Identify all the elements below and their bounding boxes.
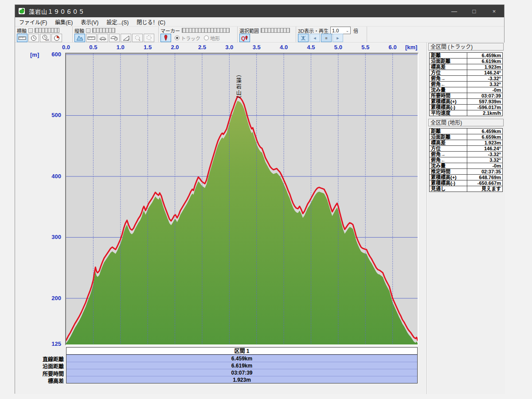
radio-terrain-icon[interactable] [204,35,209,40]
section-title: 区間 1 [66,348,417,355]
close-icon[interactable]: × [484,5,504,17]
playback-speed-select[interactable]: 1.0 ⌄ [330,27,351,34]
haxis-mini-button[interactable] [28,28,33,33]
haxis-trackbar[interactable] [35,28,59,33]
section-row-value: 6.619km [66,362,417,369]
stat-row: 標高差1.923m [430,64,503,70]
menu-view[interactable]: 表示(V) [77,17,102,26]
radio-track-icon[interactable] [175,35,180,40]
stat-row: 沿面距離6.619km [430,59,503,64]
vaxis-distance-button[interactable] [86,34,97,42]
stats-terrain-title: 全区間 (地形) [428,119,504,126]
x-tick-label: 5.0 [331,44,346,51]
walk-3d-icon [300,35,306,41]
selection-balloon-button[interactable]: Q [239,34,250,42]
vaxis-trackbar[interactable] [92,28,115,33]
chevron-down-icon[interactable]: ⌄ [344,28,350,33]
y-tick-label: 300 [46,234,61,240]
svg-text:123: 123 [45,39,49,41]
stat-value: 03:07:39 [467,93,503,99]
haxis-pace-button[interactable] [51,34,62,42]
dashed-circle-1-icon: 1 [134,35,141,41]
stat-value: 見えます [467,186,503,192]
rewind-button[interactable]: ◄ [309,34,320,42]
haxis-clocktime-button[interactable]: 123 [40,34,51,42]
play-icon: ► [336,36,340,40]
stop-button[interactable]: ■ [321,34,332,42]
vaxis-label: 縦軸 [74,27,84,34]
marker-track-radio[interactable]: トラック [175,35,200,42]
vaxis-ghost1-button[interactable]: 1 [132,34,143,42]
section-row-label: 所要時間 [23,370,64,377]
toolbar: 横軸 123 縦軸 [15,27,504,43]
maximize-icon[interactable]: □ [464,5,484,17]
play-button[interactable]: ► [332,34,343,42]
marker-trackbar[interactable] [182,28,230,33]
menu-settings[interactable]: 設定...(S) [102,17,133,26]
x-tick-label: 0.0 [59,44,74,51]
marker-pin-button[interactable] [160,34,171,42]
title-bar: 藻岩山１９０６０５ — □ × [15,5,504,17]
x-axis-unit: [km] [405,44,417,51]
vaxis-mini-button[interactable] [86,28,90,33]
stat-label: 累積標高(-) [430,105,467,110]
stat-row: 累積標高(+)597.939m [430,99,503,105]
marker-terrain-radio[interactable]: 地形 [204,35,220,42]
svg-text:Q: Q [241,35,245,41]
haxis-label: 横軸 [17,27,27,34]
menu-file[interactable]: ファイル(F) [15,17,51,26]
x-tick-label: 5.5 [358,44,373,51]
stat-label: 距離 [430,53,467,59]
haxis-distance-button[interactable] [17,34,27,42]
menu-close[interactable]: 閉じる！(C) [133,17,169,26]
radio-track-label: トラック [181,35,200,42]
stat-label: 標高差 [430,64,467,70]
vaxis-speed-time-button[interactable] [109,34,120,42]
stat-row: 沈み量-0m [430,87,503,93]
x-tick-label: 1.5 [140,44,155,51]
minimize-icon[interactable]: — [444,5,464,17]
stats-track-title: 全区間 (トラック) [428,43,504,51]
svg-text:1: 1 [139,39,141,41]
stat-row: 標高差1.923m [430,140,503,146]
x-tick-label: 3.0 [222,44,237,51]
dashed-circle-2-icon: .. [146,35,153,41]
ruler-icon [18,35,26,41]
toolbar-group-marker: マーカー トラック 地形 [159,27,238,42]
stat-label: 方位 [430,146,467,152]
vaxis-ghost2-button[interactable]: .. [144,34,154,42]
clock-icon [31,35,37,41]
stat-label: 沈み量 [430,163,467,169]
playback-3d-button[interactable] [298,34,309,42]
peak-annotation: （藻岩山） [235,71,242,102]
stat-row: 推定時間02:37:35 [430,169,503,175]
x-tick-label: 2.0 [168,44,183,51]
playback-speed-value: 1.0 [331,28,344,33]
radio-terrain-label: 地形 [210,35,220,42]
selection-trackbar[interactable] [261,28,290,33]
content-area: [m] [km] 0.00.51.01.52.02.53.03.54.04.55… [15,43,504,394]
stat-row: 俯角←3.32° [430,82,503,87]
stat-row: 距離6.459km [430,53,503,59]
vaxis-elevation-button[interactable] [74,34,85,42]
stat-row: 俯角←3.32° [430,157,503,163]
menu-edit[interactable]: 編集(E) [51,17,77,26]
vaxis-slope-button[interactable] [121,34,131,42]
section-row-label: 標高差 [23,377,64,384]
stat-value: 6.659km [467,134,503,140]
stat-value: 597.939m [467,99,503,105]
haxis-time-button[interactable] [28,34,39,42]
section-row-label: 沿面距離 [23,362,64,370]
stat-label: 推定時間 [430,169,467,175]
stats-track-table: 距離6.459km 沿面距離6.619km 標高差1.923m 方位146.24… [429,52,503,116]
stat-row: 累積標高(-)-650.667m [430,180,503,186]
vaxis-speed-button[interactable] [98,34,108,42]
stat-value: 146.24° [467,146,503,152]
stat-row: 見通し見えます [430,186,503,192]
clock-numbers-icon: 123 [42,35,49,41]
stat-label: 俯角← [430,157,467,163]
car-clock-icon [110,35,118,41]
toolbar-group-haxis: 横軸 123 [15,27,73,42]
stat-value: 3.32° [467,157,503,163]
section-table: 区間 1 6.459km 6.619km 03:07:39 1.923m [66,347,418,383]
